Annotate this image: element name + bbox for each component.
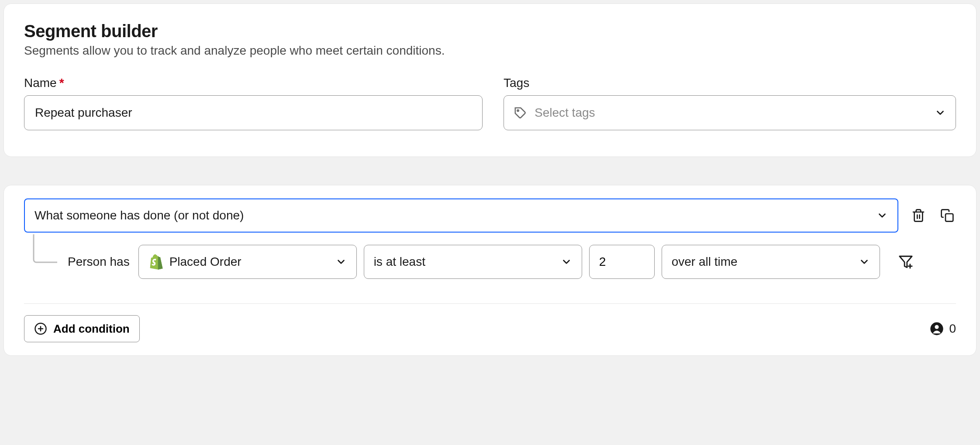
- tree-connector: [30, 234, 61, 266]
- condition-sub-row: Person has Placed Order is at least over…: [24, 245, 956, 279]
- person-has-label: Person has: [68, 255, 130, 269]
- page-subtitle: Segments allow you to track and analyze …: [24, 44, 956, 58]
- condition-type-label: What someone has done (or not done): [35, 209, 876, 222]
- event-select[interactable]: Placed Order: [138, 245, 357, 279]
- duplicate-button[interactable]: [939, 207, 956, 224]
- tag-icon: [514, 106, 527, 119]
- name-label: Name*: [24, 76, 483, 90]
- condition-top-row: What someone has done (or not done): [24, 198, 956, 233]
- delete-button[interactable]: [910, 207, 927, 224]
- copy-icon: [940, 209, 954, 222]
- name-input[interactable]: [34, 105, 473, 120]
- divider: [24, 303, 956, 304]
- condition-type-select[interactable]: What someone has done (or not done): [24, 198, 898, 233]
- chevron-down-icon: [561, 256, 572, 268]
- person-icon: [930, 322, 944, 336]
- timeframe-label: over all time: [672, 255, 852, 269]
- tags-placeholder: Select tags: [535, 106, 927, 120]
- condition-card: What someone has done (or not done): [3, 185, 977, 356]
- timeframe-select[interactable]: over all time: [662, 245, 880, 279]
- svg-rect-3: [945, 214, 953, 221]
- operator-label: is at least: [374, 255, 555, 269]
- segment-count: 0: [930, 322, 956, 336]
- filter-add-icon[interactable]: [898, 254, 913, 269]
- count-input[interactable]: [589, 245, 655, 279]
- name-field: Name*: [24, 76, 483, 130]
- chevron-down-icon: [935, 107, 946, 118]
- chevron-down-icon: [335, 256, 347, 268]
- shopify-icon: [148, 253, 163, 271]
- trash-icon: [911, 209, 925, 222]
- name-label-text: Name: [24, 76, 57, 90]
- chevron-down-icon: [859, 256, 870, 268]
- tags-field: Tags Select tags: [504, 76, 956, 130]
- required-asterisk: *: [59, 76, 64, 90]
- segment-builder-header-card: Segment builder Segments allow you to tr…: [3, 3, 977, 157]
- operator-select[interactable]: is at least: [364, 245, 582, 279]
- plus-circle-icon: [34, 322, 47, 335]
- condition-footer: Add condition 0: [24, 315, 956, 342]
- segment-count-value: 0: [949, 322, 956, 336]
- svg-point-0: [517, 110, 519, 111]
- page-title: Segment builder: [24, 21, 956, 41]
- chevron-down-icon: [876, 210, 888, 221]
- add-condition-label: Add condition: [53, 322, 130, 336]
- field-row: Name* Tags Select tags: [24, 76, 956, 130]
- event-label: Placed Order: [169, 255, 329, 269]
- tags-select[interactable]: Select tags: [504, 95, 956, 130]
- svg-point-11: [935, 325, 939, 329]
- name-input-wrapper[interactable]: [24, 95, 483, 130]
- tags-label: Tags: [504, 76, 956, 90]
- add-condition-button[interactable]: Add condition: [24, 315, 140, 342]
